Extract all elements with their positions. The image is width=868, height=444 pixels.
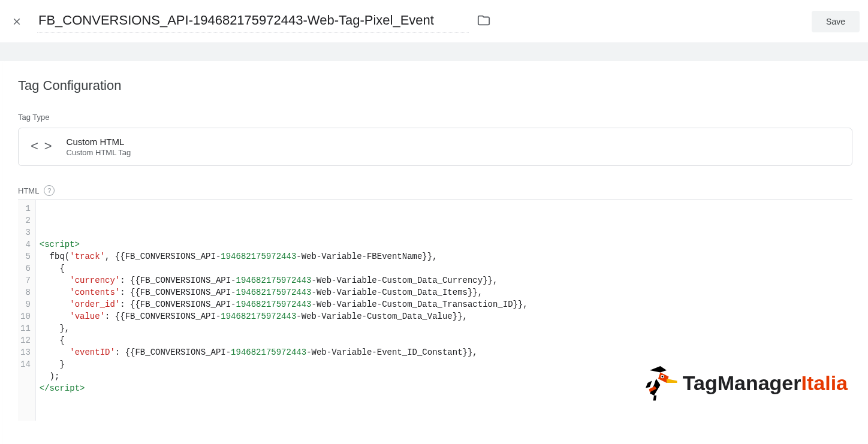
html-label: HTML	[18, 186, 39, 195]
code-line[interactable]: {	[40, 334, 849, 346]
save-button[interactable]: Save	[812, 11, 860, 32]
type-subtitle: Custom HTML Tag	[67, 148, 131, 157]
code-line[interactable]: 'contents': {{FB_CONVERSIONS_API-1946821…	[40, 286, 849, 298]
tag-configuration-panel: Tag Configuration Tag Type < > Custom HT…	[2, 61, 868, 444]
code-line[interactable]: {	[40, 262, 849, 274]
panel-heading: Tag Configuration	[18, 78, 852, 93]
type-text: Custom HTML Custom HTML Tag	[67, 137, 131, 157]
code-line[interactable]: 'currency': {{FB_CONVERSIONS_API-1946821…	[40, 274, 849, 286]
code-line[interactable]: );	[40, 370, 849, 382]
gray-band	[0, 43, 868, 61]
code-line[interactable]: 'value': {{FB_CONVERSIONS_API-1946821759…	[40, 310, 849, 322]
code-line[interactable]: </script>	[40, 382, 849, 394]
code-area[interactable]: <script> fbq('track', {{FB_CONVERSIONS_A…	[36, 200, 852, 421]
custom-html-icon: < >	[31, 140, 51, 155]
html-code-editor[interactable]: 1234567891011121314 <script> fbq('track'…	[18, 200, 852, 421]
html-label-row: HTML ?	[18, 185, 852, 196]
help-icon[interactable]: ?	[44, 185, 55, 196]
type-name: Custom HTML	[67, 137, 131, 147]
code-line[interactable]: fbq('track', {{FB_CONVERSIONS_API-194682…	[40, 250, 849, 262]
title-wrap	[37, 10, 812, 33]
top-bar: Save	[0, 0, 868, 43]
tag-name-input[interactable]	[37, 10, 469, 32]
code-line[interactable]: 'eventID': {{FB_CONVERSIONS_API-19468217…	[40, 346, 849, 358]
code-line[interactable]: }	[40, 358, 849, 370]
tag-type-selector[interactable]: < > Custom HTML Custom HTML Tag	[18, 128, 852, 166]
line-gutter: 1234567891011121314	[18, 200, 36, 421]
folder-icon[interactable]	[477, 14, 490, 29]
code-line[interactable]: 'order_id': {{FB_CONVERSIONS_API-1946821…	[40, 298, 849, 310]
tag-type-label: Tag Type	[18, 113, 852, 122]
code-line[interactable]: <script>	[40, 238, 849, 250]
close-icon[interactable]	[8, 13, 25, 30]
code-line[interactable]	[40, 226, 849, 238]
code-line[interactable]: },	[40, 322, 849, 334]
